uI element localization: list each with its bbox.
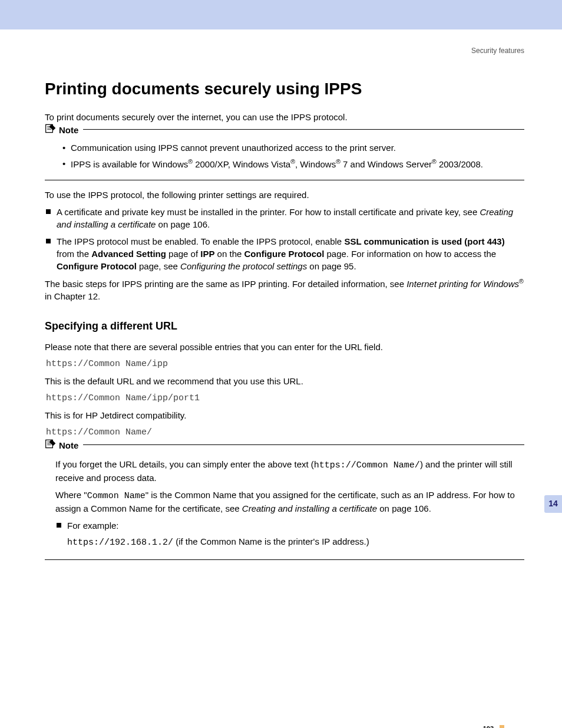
note2-forget-url: If you forget the URL details, you can s… — [55, 458, 524, 484]
note2-common-name: Where "Common Name" is the Common Name t… — [55, 489, 524, 515]
page-title: Printing documents securely using IPPS — [45, 77, 524, 100]
note1-item-2: IPPS is available for Windows® 2000/XP, … — [71, 157, 524, 170]
pencil-note-icon — [45, 438, 57, 453]
note-title-2: Note — [45, 438, 83, 453]
chapter-tab: 14 — [544, 495, 562, 513]
requirements-list: A certificate and private key must be in… — [45, 206, 524, 272]
code-url-port1: https://Common Name/ipp/port1 — [46, 392, 524, 404]
note-block-2: Note If you forget the URL details, you … — [45, 444, 524, 560]
page-number-accent — [500, 725, 504, 728]
note2-example: For example: https://192.168.1.2/ (if th… — [67, 519, 524, 549]
page-content: Security features Printing documents sec… — [0, 29, 562, 728]
page-number: 103 — [483, 724, 494, 728]
note-block-1: Note Communication using IPPS cannot pre… — [45, 129, 524, 180]
pencil-note-icon — [45, 123, 57, 137]
link-creating-cert-2[interactable]: Creating and installing a certificate — [242, 503, 377, 513]
req-enable-ipps: The IPPS protocol must be enabled. To en… — [57, 235, 524, 272]
req-certificate: A certificate and private key must be in… — [57, 206, 524, 230]
note-title: Note — [45, 123, 83, 137]
note-label: Note — [59, 439, 78, 452]
link-internet-printing[interactable]: Internet printing for Windows — [406, 279, 519, 289]
paragraph-url-entries: Please note that there are several possi… — [45, 341, 524, 353]
intro-paragraph: To print documents securely over the int… — [45, 111, 524, 123]
code-url-root: https://Common Name/ — [46, 426, 524, 439]
note2-example-list: For example: https://192.168.1.2/ (if th… — [55, 519, 524, 549]
note-label: Note — [59, 124, 78, 136]
note1-item-1: Communication using IPPS cannot prevent … — [71, 141, 524, 154]
top-accent-bar — [0, 0, 562, 29]
note1-list: Communication using IPPS cannot prevent … — [55, 141, 524, 170]
paragraph-settings-required: To use the IPPS protocol, the following … — [45, 189, 524, 201]
link-config-protocol[interactable]: Configuring the protocol settings — [180, 261, 307, 271]
paragraph-default-url: This is the default URL and we recommend… — [45, 375, 524, 387]
running-header: Security features — [45, 46, 524, 56]
code-url-default: https://Common Name/ipp — [46, 358, 524, 370]
paragraph-jetdirect: This is for HP Jetdirect compatibility. — [45, 409, 524, 421]
subheading-url: Specifying a different URL — [45, 319, 524, 334]
paragraph-basic-steps: The basic steps for IPPS printing are th… — [45, 277, 524, 302]
